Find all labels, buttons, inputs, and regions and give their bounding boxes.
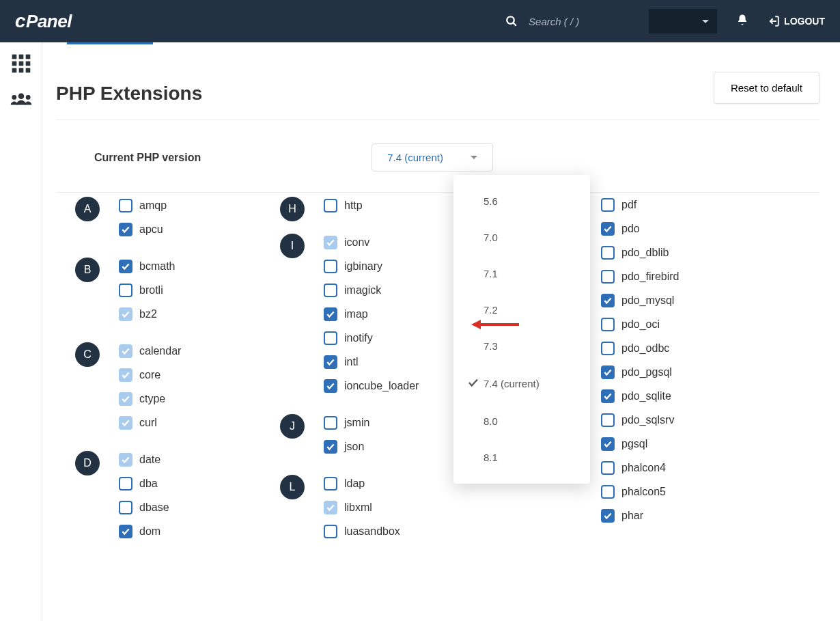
letter-badge: D	[75, 451, 100, 475]
checkbox[interactable]	[601, 318, 615, 331]
extension-item: calendar	[119, 344, 280, 358]
logo-text: Panel	[26, 11, 72, 32]
extension-item: pdo	[601, 222, 690, 236]
svg-point-0	[507, 16, 514, 24]
checkbox[interactable]	[324, 260, 337, 273]
search-icon[interactable]	[505, 15, 518, 27]
extension-item: dom	[119, 525, 280, 538]
checkbox[interactable]	[119, 453, 132, 467]
extension-label: pdo_dblib	[621, 247, 669, 259]
php-version-option[interactable]: 5.6	[453, 183, 590, 219]
checkbox[interactable]	[119, 368, 132, 382]
user-dropdown[interactable]	[649, 9, 717, 33]
extension-item: pdo_dblib	[601, 246, 690, 260]
notifications-icon[interactable]	[736, 14, 748, 29]
checkbox[interactable]	[601, 365, 615, 379]
checkbox[interactable]	[324, 199, 337, 212]
checkbox[interactable]	[324, 501, 337, 514]
search-input[interactable]	[529, 16, 624, 27]
php-version-option[interactable]: 7.4 (current)	[453, 364, 590, 403]
extension-item: ctype	[119, 392, 280, 406]
checkbox[interactable]	[601, 198, 615, 212]
checkbox[interactable]	[324, 525, 337, 538]
checkbox[interactable]	[324, 236, 337, 249]
checkbox[interactable]	[601, 270, 615, 284]
extension-item: amqp	[119, 199, 280, 212]
checkbox[interactable]	[601, 389, 615, 403]
extension-label: date	[139, 454, 160, 466]
checkbox[interactable]	[119, 416, 132, 430]
extension-label: imagick	[344, 284, 381, 296]
logout-label: LOGOUT	[784, 16, 825, 27]
checkbox[interactable]	[601, 413, 615, 427]
extensions-area: A amqp apcu B bcmath brotli bz2 C calend…	[56, 193, 820, 560]
letter-badge: B	[75, 258, 100, 282]
chevron-down-icon	[471, 156, 477, 159]
checkbox[interactable]	[119, 199, 132, 212]
extension-item: bz2	[119, 307, 280, 321]
svg-rect-10	[18, 68, 23, 73]
extension-label: pdo_firebird	[621, 271, 680, 283]
extension-label: inotify	[344, 332, 373, 344]
php-version-option-label: 8.0	[484, 415, 498, 427]
checkbox[interactable]	[324, 379, 337, 393]
extension-label: brotli	[139, 284, 163, 296]
apps-grid-icon[interactable]	[10, 52, 33, 75]
left-sidebar	[0, 42, 42, 560]
svg-rect-6	[12, 61, 16, 66]
extension-label: pdo_mysql	[621, 294, 674, 307]
checkbox[interactable]	[119, 284, 132, 297]
checkbox[interactable]	[324, 416, 337, 430]
checkbox[interactable]	[119, 501, 132, 514]
svg-rect-3	[12, 55, 16, 59]
checkbox[interactable]	[119, 344, 132, 358]
checkbox[interactable]	[324, 355, 337, 369]
checkbox[interactable]	[601, 294, 615, 307]
extension-item: phalcon4	[601, 461, 690, 475]
php-version-option[interactable]: 8.1	[453, 439, 590, 475]
checkbox[interactable]	[119, 260, 132, 273]
users-icon[interactable]	[10, 87, 33, 111]
checkbox[interactable]	[601, 222, 615, 236]
checkbox[interactable]	[601, 437, 615, 451]
extension-item: date	[119, 453, 280, 467]
reset-default-button[interactable]: Reset to default	[714, 72, 820, 104]
checkbox[interactable]	[601, 485, 615, 499]
checkbox[interactable]	[119, 525, 132, 538]
php-version-option[interactable]: 7.3	[453, 328, 590, 364]
extension-item: pdo_sqlsrv	[601, 413, 690, 427]
extension-label: phar	[621, 510, 643, 522]
extension-label: pdo_sqlsrv	[621, 414, 674, 426]
checkbox[interactable]	[601, 246, 615, 260]
checkbox[interactable]	[119, 392, 132, 406]
extension-label: amqp	[139, 199, 167, 212]
checkbox[interactable]	[324, 307, 337, 321]
extension-label: pgsql	[621, 438, 647, 450]
extension-group: D date dba dbase dom	[75, 451, 280, 549]
php-version-option[interactable]: 7.1	[453, 256, 590, 292]
cpanel-logo[interactable]: cPanel	[15, 10, 72, 32]
checkbox[interactable]	[119, 223, 132, 236]
php-version-option[interactable]: 7.0	[453, 219, 590, 256]
checkbox[interactable]	[324, 284, 337, 297]
checkbox[interactable]	[601, 342, 615, 355]
checkbox[interactable]	[601, 461, 615, 475]
checkbox[interactable]	[119, 307, 132, 321]
check-icon	[467, 376, 484, 391]
extension-label: pdo	[621, 223, 640, 235]
checkbox[interactable]	[119, 477, 132, 491]
checkbox[interactable]	[324, 477, 337, 491]
extension-label: curl	[139, 417, 157, 429]
logout-button[interactable]: LOGOUT	[768, 15, 825, 27]
extension-item: pdo_odbc	[601, 342, 690, 355]
php-version-option[interactable]: 8.0	[453, 403, 590, 439]
checkbox[interactable]	[324, 331, 337, 345]
svg-rect-7	[18, 61, 23, 66]
search-container	[505, 15, 624, 27]
checkbox[interactable]	[601, 509, 615, 523]
extension-item: pdo_mysql	[601, 294, 690, 307]
extension-item: phar	[601, 509, 690, 523]
checkbox[interactable]	[324, 440, 337, 454]
page-title: PHP Extensions	[56, 72, 202, 105]
php-version-select[interactable]: 7.4 (current)	[372, 143, 493, 171]
